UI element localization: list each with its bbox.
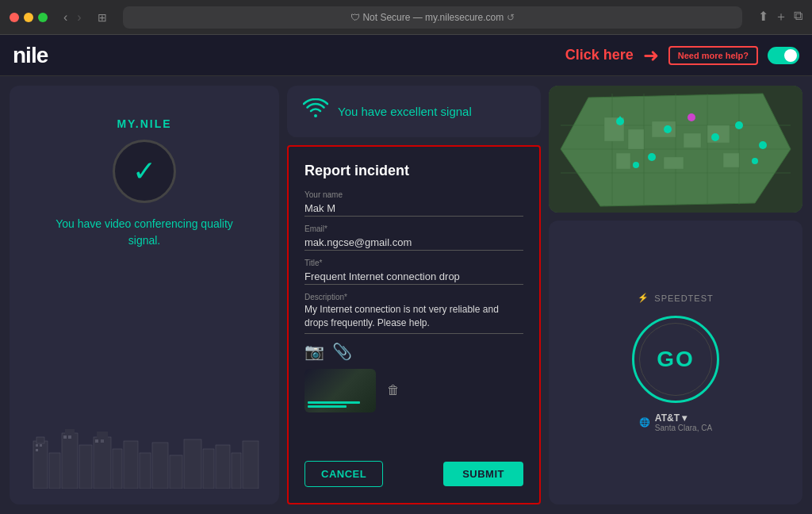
wifi-signal-text: You have excellent signal <box>338 105 472 118</box>
wifi-icon <box>303 98 328 125</box>
name-input[interactable] <box>304 201 523 217</box>
email-field: Email* <box>304 224 523 251</box>
address-bar[interactable]: 🛡 Not Secure — my.nilesecure.com ↺ <box>123 6 742 29</box>
svg-rect-20 <box>36 449 38 451</box>
map-inner <box>549 86 802 213</box>
middle-panel: You have excellent signal Report inciden… <box>287 86 541 504</box>
svg-rect-24 <box>101 439 104 443</box>
description-label: Description* <box>304 293 523 301</box>
report-dialog: Report incident Your name Email* Title* <box>287 145 541 504</box>
svg-point-50 <box>633 162 639 168</box>
dialog-footer: CANCEL SUBMIT <box>304 461 523 487</box>
name-label: Your name <box>304 190 523 199</box>
svg-point-49 <box>759 141 767 149</box>
browser-actions: ⬆ ＋ ⧉ <box>758 9 802 25</box>
map-card <box>549 86 802 213</box>
svg-rect-22 <box>68 435 71 439</box>
description-text: My Internet connection is not very relia… <box>304 303 523 334</box>
svg-point-46 <box>711 133 719 141</box>
speedtest-icon: ⚡ <box>638 293 649 303</box>
svg-point-45 <box>688 113 695 121</box>
svg-rect-21 <box>63 435 67 439</box>
provider-location: Santa Clara, CA <box>655 424 712 432</box>
attach-file-icon[interactable]: 📎 <box>332 342 352 361</box>
browser-chrome: ‹ › ⊞ 🛡 Not Secure — my.nilesecure.com ↺… <box>0 0 812 35</box>
maximize-button[interactable] <box>38 13 48 22</box>
close-button[interactable] <box>10 13 19 22</box>
apps-list <box>279 492 533 504</box>
preview-area: 🗑 <box>304 369 523 412</box>
svg-rect-19 <box>40 444 42 447</box>
my-nile-label: MY.NILE <box>117 117 171 130</box>
svg-rect-9 <box>124 441 138 489</box>
svg-rect-23 <box>95 439 98 443</box>
speedtest-label: ⚡ SPEEDTEST <box>638 293 713 303</box>
delete-preview-icon[interactable]: 🗑 <box>387 383 400 397</box>
share-icon[interactable]: ⬆ <box>758 9 768 25</box>
svg-rect-42 <box>723 153 739 167</box>
svg-rect-0 <box>33 441 48 489</box>
svg-rect-3 <box>62 433 78 489</box>
svg-point-47 <box>735 121 743 129</box>
go-text: GO <box>657 347 695 372</box>
svg-rect-13 <box>184 439 201 489</box>
svg-rect-5 <box>79 445 92 489</box>
reload-icon[interactable]: ↺ <box>507 12 515 23</box>
name-field: Your name <box>304 190 523 217</box>
title-field: Title* <box>304 259 523 285</box>
screenshot-preview <box>304 369 376 412</box>
submit-button[interactable]: SUBMIT <box>443 462 523 486</box>
need-more-help-button[interactable]: Need more help? <box>668 46 758 65</box>
title-label: Title* <box>304 259 523 267</box>
go-circle[interactable]: GO <box>632 316 719 403</box>
email-label: Email* <box>304 224 523 233</box>
browser-nav: ‹ › <box>60 9 85 26</box>
provider-info: 🌐 AT&T ▾ Santa Clara, CA <box>639 412 712 432</box>
title-input[interactable] <box>304 269 523 285</box>
svg-rect-18 <box>36 444 38 447</box>
new-tab-icon[interactable]: ＋ <box>775 9 787 25</box>
windows-icon[interactable]: ⧉ <box>794 9 802 25</box>
svg-rect-6 <box>94 437 111 489</box>
provider-name: AT&T ▾ <box>655 412 712 424</box>
minimize-button[interactable] <box>24 13 33 22</box>
app-header: nile Click here ➜ Need more help? <box>0 35 812 76</box>
svg-rect-41 <box>664 157 684 169</box>
back-icon[interactable]: ‹ <box>60 9 71 26</box>
screenshot-icon[interactable]: 📷 <box>304 342 324 361</box>
svg-rect-15 <box>216 445 230 489</box>
wifi-card: You have excellent signal <box>287 86 541 137</box>
svg-rect-10 <box>140 453 151 489</box>
traffic-lights <box>10 13 48 22</box>
forward-icon: › <box>74 9 84 26</box>
security-icon: 🛡 <box>350 12 360 23</box>
svg-rect-36 <box>628 129 644 149</box>
toggle-switch[interactable] <box>768 47 799 64</box>
svg-rect-12 <box>170 455 182 489</box>
quality-text: You have video conferencing qualitysigna… <box>56 216 233 249</box>
app-logo: nile <box>13 43 48 68</box>
checkmark-icon: ✓ <box>132 155 156 188</box>
svg-rect-4 <box>65 429 75 435</box>
email-input[interactable] <box>304 235 523 251</box>
dialog-overlay: Report incident Your name Email* Title* <box>287 145 541 504</box>
svg-rect-16 <box>232 453 241 489</box>
left-panel: MY.NILE ✓ You have video conferencing qu… <box>10 86 279 504</box>
app-container: nile Click here ➜ Need more help? MY.NIL… <box>0 35 812 514</box>
cancel-button[interactable]: CANCEL <box>304 461 383 487</box>
svg-rect-2 <box>49 453 60 489</box>
main-content: MY.NILE ✓ You have video conferencing qu… <box>0 76 812 514</box>
svg-rect-7 <box>97 432 108 439</box>
attachment-icons: 📷 📎 <box>304 342 523 361</box>
globe-icon: 🌐 <box>639 417 650 428</box>
tabs-icon[interactable]: ⊞ <box>98 11 107 24</box>
svg-rect-14 <box>203 449 214 489</box>
click-here-label: Click here <box>565 48 634 63</box>
svg-point-51 <box>752 158 758 164</box>
svg-point-48 <box>648 153 656 161</box>
svg-rect-38 <box>684 133 701 148</box>
svg-rect-1 <box>36 437 44 443</box>
speedtest-card: ⚡ SPEEDTEST GO 🌐 AT&T ▾ Santa Clara, CA <box>549 221 802 504</box>
description-field: Description* My Internet connection is n… <box>304 293 523 334</box>
svg-rect-11 <box>152 443 168 489</box>
